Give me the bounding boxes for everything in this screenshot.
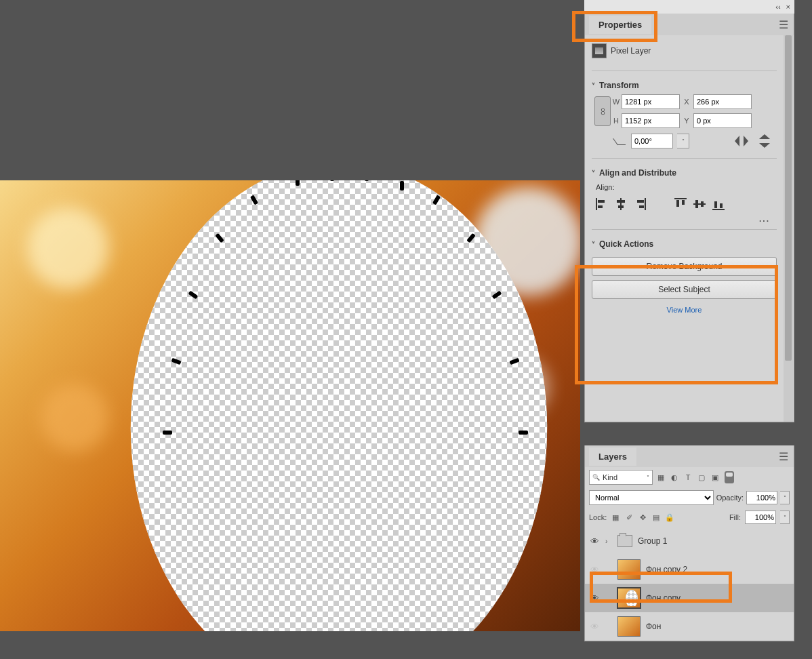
height-input[interactable] (622, 113, 680, 128)
select-subject-button[interactable]: Select Subject (592, 280, 777, 299)
opacity-label: Opacity: (716, 494, 744, 502)
layer-row[interactable]: 👁 Фон (585, 612, 794, 641)
bokeh-blob (27, 207, 108, 289)
layer-list: 👁 › Group 1 👁 Фон copy 2 👁 Фон copy (585, 527, 794, 641)
flip-vertical-icon[interactable] (759, 134, 770, 148)
more-dots-icon[interactable]: ... (592, 212, 777, 224)
layer-thumbnail (617, 559, 641, 580)
panel-menu-icon[interactable]: ☰ (779, 450, 788, 463)
layer-name[interactable]: Фон (646, 622, 661, 631)
collapse-icon[interactable]: ‹‹ (775, 3, 780, 11)
visibility-icon[interactable]: 👁 (589, 536, 600, 546)
width-label: W (611, 98, 622, 106)
chevron-down-icon[interactable]: ˅ (592, 241, 595, 248)
filter-shape-icon[interactable]: ▢ (696, 472, 707, 483)
view-more-link[interactable]: View More (592, 303, 777, 314)
blend-mode-select[interactable]: Normal (589, 490, 714, 505)
remove-background-button[interactable]: Remove Background (592, 257, 777, 276)
visibility-icon[interactable]: 👁 (589, 622, 600, 632)
fill-input[interactable] (745, 511, 776, 524)
properties-tabbar: Properties ☰ (585, 14, 794, 35)
layers-tabbar: Layers ☰ (585, 445, 794, 467)
filter-type-icon[interactable]: T (683, 472, 693, 483)
scrollbar-thumb[interactable] (785, 35, 792, 361)
lock-label: Lock: (589, 513, 607, 521)
layer-name[interactable]: Фон copy (646, 593, 681, 603)
visibility-icon[interactable]: 👁 (589, 565, 600, 575)
chevron-down-icon[interactable]: ˅ (592, 82, 595, 89)
right-sidebar: ‹‹ × Properties ☰ Pixel Layer ˅Transform… (584, 0, 794, 659)
filter-kind-select[interactable]: Kind˅ (589, 470, 653, 485)
rotation-dropdown[interactable]: ˅ (677, 134, 689, 148)
filter-smart-icon[interactable]: ▣ (710, 472, 720, 483)
properties-panel: Properties ☰ Pixel Layer ˅Transform 𝟾 W … (584, 14, 794, 422)
filter-toggle[interactable] (725, 471, 734, 483)
align-vcenter-icon[interactable] (693, 198, 706, 210)
layer-row[interactable]: 👁 Фон copy 2 (585, 555, 794, 584)
panel-menu-icon[interactable]: ☰ (779, 18, 788, 31)
pixel-layer-icon (592, 43, 607, 58)
layer-type-label: Pixel Layer (611, 46, 651, 56)
width-input[interactable] (622, 94, 680, 109)
layer-name[interactable]: Фон copy 2 (646, 565, 687, 574)
angle-icon (616, 136, 627, 146)
opacity-input[interactable] (746, 491, 777, 504)
expand-icon[interactable]: › (605, 538, 612, 545)
rotation-input[interactable] (631, 134, 673, 148)
layer-row-selected[interactable]: 👁 Фон copy (585, 584, 794, 612)
align-right-icon[interactable] (634, 198, 646, 210)
layer-row-group[interactable]: 👁 › Group 1 (585, 527, 794, 555)
tab-properties[interactable]: Properties (589, 16, 651, 34)
opacity-dropdown[interactable]: ˅ (780, 491, 790, 504)
align-subtitle: Align: (592, 182, 777, 194)
layer-thumbnail (617, 588, 641, 608)
align-left-icon[interactable] (596, 198, 608, 210)
lock-paint-icon[interactable]: ✐ (624, 513, 634, 522)
y-label: Y (680, 117, 693, 125)
bokeh-blob (41, 384, 108, 452)
scrollbar-track[interactable] (784, 35, 793, 422)
x-label: X (680, 98, 693, 106)
quick-actions-title: Quick Actions (599, 239, 653, 249)
layer-thumbnail (617, 616, 641, 637)
height-label: H (611, 117, 622, 125)
x-input[interactable] (693, 94, 752, 109)
align-hcenter-icon[interactable] (615, 198, 627, 210)
flip-horizontal-icon[interactable] (735, 136, 748, 146)
folder-icon (617, 535, 632, 547)
lock-all-icon[interactable]: 🔒 (665, 513, 674, 522)
align-top-icon[interactable] (674, 198, 687, 210)
fill-label: Fill: (729, 513, 741, 521)
close-icon[interactable]: × (786, 3, 790, 11)
lock-transparent-icon[interactable]: ▦ (611, 513, 620, 522)
y-input[interactable] (693, 113, 752, 128)
align-bottom-icon[interactable] (712, 198, 725, 210)
visibility-icon[interactable]: 👁 (589, 593, 600, 603)
canvas[interactable] (0, 180, 580, 631)
fill-dropdown[interactable]: ˅ (780, 511, 790, 524)
lock-artboard-icon[interactable]: ▤ (651, 513, 661, 522)
chevron-down-icon[interactable]: ˅ (592, 169, 595, 177)
lock-position-icon[interactable]: ✥ (638, 513, 647, 522)
filter-pixel-icon[interactable]: ▦ (655, 472, 666, 483)
layers-panel: Layers ☰ Kind˅ ▦ ◐ T ▢ ▣ Normal Opacity:… (584, 445, 794, 641)
align-title: Align and Distribute (599, 168, 676, 178)
transform-title: Transform (599, 81, 639, 90)
transparent-cutout (122, 180, 556, 631)
layer-name[interactable]: Group 1 (638, 536, 667, 546)
filter-adjust-icon[interactable]: ◐ (669, 472, 680, 483)
tab-layers[interactable]: Layers (589, 447, 636, 466)
panel-topstrip: ‹‹ × (584, 0, 794, 14)
link-wh-icon[interactable]: 𝟾 (594, 96, 611, 126)
